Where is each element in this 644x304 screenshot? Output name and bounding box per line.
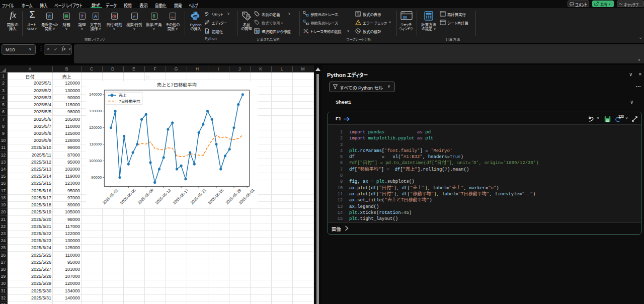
svg-text:110000: 110000 bbox=[90, 142, 102, 146]
svg-text:90000: 90000 bbox=[91, 175, 102, 180]
svg-text:130000: 130000 bbox=[89, 109, 102, 113]
svg-text:140000: 140000 bbox=[89, 92, 102, 97]
svg-text:売上と7日移動平均: 売上と7日移動平均 bbox=[157, 82, 197, 88]
svg-text:7日移動平均: 7日移動平均 bbox=[119, 99, 141, 104]
svg-text:f: f bbox=[357, 29, 358, 32]
svg-text:売上: 売上 bbox=[119, 93, 127, 98]
svg-text:fx: fx bbox=[358, 14, 360, 17]
svg-text:120000: 120000 bbox=[89, 125, 102, 130]
svg-text:60: 60 bbox=[403, 16, 407, 19]
svg-text:100000: 100000 bbox=[89, 159, 102, 163]
